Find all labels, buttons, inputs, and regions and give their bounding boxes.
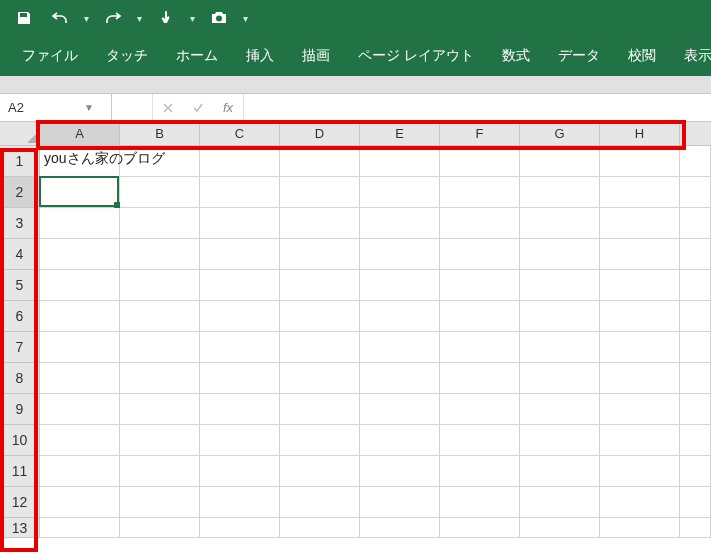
cell[interactable] [120,270,200,301]
cell[interactable] [280,394,360,425]
cell[interactable] [680,177,711,208]
cell[interactable] [440,363,520,394]
formula-input[interactable] [244,94,711,121]
cell[interactable] [120,177,200,208]
cell[interactable] [600,332,680,363]
cell[interactable] [600,239,680,270]
cell[interactable] [360,301,440,332]
cell[interactable] [440,177,520,208]
cell[interactable] [680,518,711,538]
cell[interactable] [360,208,440,239]
cell[interactable] [680,425,711,456]
cell[interactable] [120,208,200,239]
cell[interactable] [600,208,680,239]
column-header-c[interactable]: C [200,122,280,146]
cell[interactable] [120,363,200,394]
tab-touch[interactable]: タッチ [92,37,162,75]
cell[interactable] [200,487,280,518]
column-header-extra[interactable] [680,122,711,146]
cell[interactable] [600,425,680,456]
cell[interactable] [520,208,600,239]
cell-a1[interactable]: youさん家のブログ [40,146,120,177]
cell[interactable] [280,239,360,270]
cell[interactable] [40,332,120,363]
cell[interactable] [200,518,280,538]
column-header-e[interactable]: E [360,122,440,146]
cell[interactable] [600,363,680,394]
cell[interactable] [120,456,200,487]
cell[interactable] [440,239,520,270]
tab-view[interactable]: 表示 [670,37,711,75]
cell[interactable] [280,146,360,177]
cell[interactable] [200,208,280,239]
camera-icon[interactable] [205,6,233,30]
column-header-f[interactable]: F [440,122,520,146]
cell[interactable] [280,332,360,363]
dropdown-icon[interactable]: ▾ [82,13,91,24]
cell[interactable] [440,208,520,239]
dropdown-icon[interactable]: ▾ [135,13,144,24]
cell[interactable] [440,425,520,456]
cell[interactable] [40,487,120,518]
cell[interactable] [280,208,360,239]
cell[interactable] [280,425,360,456]
cell[interactable] [520,177,600,208]
column-header-d[interactable]: D [280,122,360,146]
row-header-7[interactable]: 7 [0,332,40,363]
tab-home[interactable]: ホーム [162,37,232,75]
row-header-1[interactable]: 1 [0,146,40,177]
row-header-10[interactable]: 10 [0,425,40,456]
cell[interactable] [40,270,120,301]
cell[interactable] [200,332,280,363]
save-icon[interactable] [10,6,38,30]
cell[interactable] [440,332,520,363]
cell[interactable] [200,146,280,177]
cell[interactable] [200,425,280,456]
cell[interactable] [680,208,711,239]
cell[interactable] [200,177,280,208]
cell[interactable] [200,363,280,394]
cell[interactable] [360,363,440,394]
cell[interactable] [600,487,680,518]
cell[interactable] [680,239,711,270]
cell[interactable] [520,487,600,518]
cell[interactable] [360,332,440,363]
cell[interactable] [360,394,440,425]
cell[interactable] [600,518,680,538]
cell[interactable] [200,270,280,301]
cancel-icon[interactable] [153,94,183,121]
cell[interactable] [40,394,120,425]
tab-draw[interactable]: 描画 [288,37,344,75]
cell[interactable] [120,239,200,270]
cell[interactable] [120,425,200,456]
dropdown-icon[interactable]: ▾ [188,13,197,24]
cell[interactable] [360,146,440,177]
cell[interactable] [200,394,280,425]
row-header-9[interactable]: 9 [0,394,40,425]
cell[interactable] [40,425,120,456]
cell[interactable] [520,394,600,425]
cell[interactable] [120,332,200,363]
qat-customize-icon[interactable]: ▾ [241,13,250,24]
cell[interactable] [440,394,520,425]
cell[interactable] [40,301,120,332]
cell[interactable] [680,146,711,177]
cell[interactable] [520,425,600,456]
row-header-5[interactable]: 5 [0,270,40,301]
cell[interactable] [360,456,440,487]
cell[interactable] [680,301,711,332]
cell[interactable] [440,518,520,538]
cell[interactable] [360,518,440,538]
cell[interactable] [280,270,360,301]
column-header-b[interactable]: B [120,122,200,146]
cell[interactable] [600,456,680,487]
cell[interactable] [40,456,120,487]
cell[interactable] [440,487,520,518]
cell[interactable] [680,270,711,301]
cell[interactable] [520,456,600,487]
cell[interactable] [600,146,680,177]
cell[interactable] [600,301,680,332]
redo-icon[interactable] [99,6,127,30]
cell[interactable] [680,456,711,487]
cell[interactable] [520,301,600,332]
